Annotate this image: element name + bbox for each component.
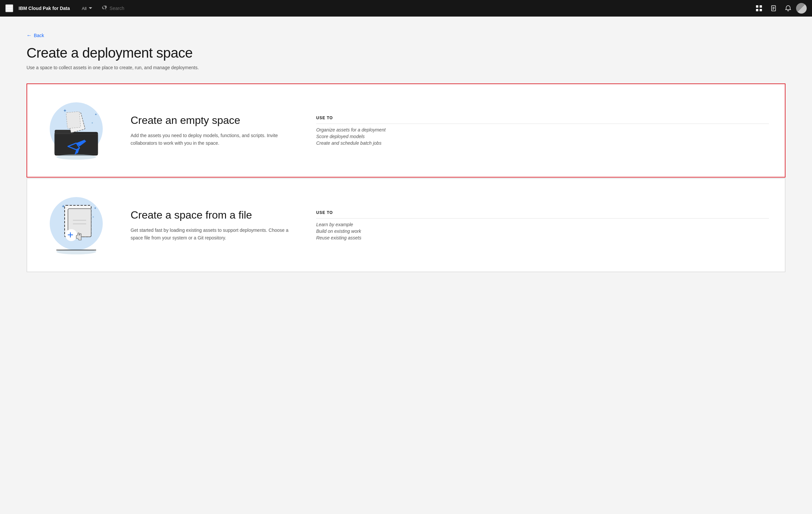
empty-space-description: Add the assets you need to deploy models…: [130, 132, 290, 147]
back-label: Back: [34, 33, 44, 38]
space-from-file-card[interactable]: ✦ ✦ ✦ +: [27, 178, 785, 272]
use-to-item: Learn by example: [316, 222, 769, 227]
search-input[interactable]: [110, 6, 290, 11]
svg-rect-1: [6, 8, 12, 9]
use-to-item: Build on existing work: [316, 229, 769, 234]
svg-text:✦: ✦: [94, 113, 97, 116]
svg-text:✦: ✦: [92, 216, 94, 219]
search-container: [96, 6, 295, 11]
use-to-item: Organize assets for a deployment: [316, 127, 769, 132]
app-title: IBM Cloud Pak for Data: [19, 6, 70, 11]
svg-text:✦: ✦: [91, 122, 93, 124]
empty-space-title: Create an empty space: [130, 114, 290, 126]
space-from-file-illustration: ✦ ✦ ✦ +: [43, 192, 109, 258]
space-from-file-description: Get started fast by loading existing ass…: [130, 226, 290, 241]
menu-button[interactable]: [5, 4, 13, 12]
back-arrow-icon: ←: [27, 32, 32, 38]
use-to-list-1: Organize assets for a deployment Score d…: [316, 127, 769, 146]
svg-rect-6: [760, 9, 762, 11]
apps-button[interactable]: [752, 0, 765, 17]
svg-rect-4: [760, 5, 762, 8]
navbar-right: [752, 0, 807, 17]
scope-select[interactable]: All: [78, 0, 96, 17]
search-icon: [102, 6, 107, 11]
cards-container: ✦ ✦ ✦: [27, 84, 785, 272]
back-link[interactable]: ← Back: [27, 32, 785, 38]
svg-text:✦: ✦: [63, 108, 67, 113]
svg-point-22: [56, 154, 96, 160]
empty-space-card[interactable]: ✦ ✦ ✦: [27, 84, 785, 178]
main-content: ← Back Create a deployment space Use a s…: [0, 17, 812, 514]
svg-text:✦: ✦: [94, 206, 96, 210]
space-from-file-use-to: USE TO Learn by example Build on existin…: [316, 210, 769, 240]
use-to-item: Create and schedule batch jobs: [316, 141, 769, 146]
notifications-button[interactable]: [782, 0, 795, 17]
empty-space-text: Create an empty space Add the assets you…: [130, 114, 290, 147]
empty-space-use-to: USE TO Organize assets for a deployment …: [316, 116, 769, 146]
svg-rect-3: [756, 5, 758, 8]
scope-label: All: [82, 6, 87, 11]
use-to-list-2: Learn by example Build on existing work …: [316, 222, 769, 240]
page-title: Create a deployment space: [27, 45, 785, 61]
search-area: All: [78, 0, 752, 17]
svg-rect-0: [6, 6, 12, 7]
navbar: IBM Cloud Pak for Data All: [0, 0, 812, 17]
svg-rect-5: [756, 9, 758, 11]
svg-rect-21: [66, 112, 81, 128]
use-to-item: Reuse existing assets: [316, 235, 769, 240]
space-from-file-title: Create a space from a file: [130, 209, 290, 221]
use-to-item: Score deployed models: [316, 134, 769, 139]
avatar[interactable]: [796, 3, 807, 13]
svg-text:+: +: [67, 229, 74, 241]
document-button[interactable]: [767, 0, 780, 17]
use-to-title-2: USE TO: [316, 210, 769, 219]
use-to-title-1: USE TO: [316, 116, 769, 124]
page-subtitle: Use a space to collect assets in one pla…: [27, 65, 785, 70]
space-from-file-text: Create a space from a file Get started f…: [130, 209, 290, 241]
svg-rect-2: [6, 10, 12, 10]
empty-space-illustration: ✦ ✦ ✦: [43, 97, 109, 163]
